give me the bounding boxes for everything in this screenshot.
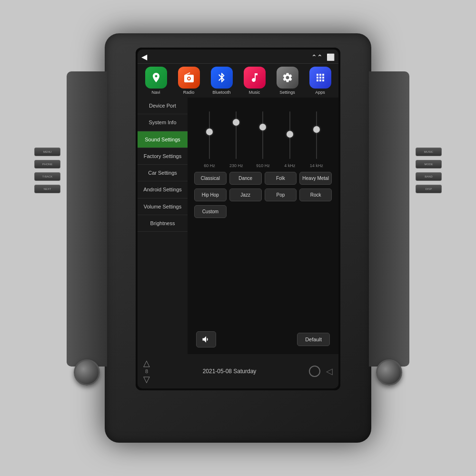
car-head-unit: MENU PHONE T-BACK NEXT MUSIC MODE BAND D… — [105, 33, 371, 443]
back-icon[interactable]: ◀ — [141, 52, 147, 61]
eq-track-910hz — [262, 111, 263, 159]
sidebar: Device Port System Info Sound Settings F… — [138, 98, 188, 354]
eq-track-230hz — [236, 111, 237, 159]
nav-item-settings[interactable]: Settings — [277, 67, 298, 95]
eq-content: 60 Hz 230 Hz — [188, 98, 338, 354]
mute-button[interactable] — [196, 331, 216, 347]
eq-sliders: 60 Hz 230 Hz — [191, 101, 335, 168]
right-btn-4[interactable]: DISP — [416, 185, 442, 193]
presets-row-2: Hip Hop Jazz Pop Rock — [191, 188, 335, 205]
eq-band-14khz: 14 kHz — [309, 109, 324, 168]
eq-slider-4khz-container[interactable] — [283, 109, 297, 161]
home-circle-button[interactable] — [309, 366, 320, 377]
left-side-buttons: MENU PHONE T-BACK NEXT — [34, 148, 60, 193]
nav-item-bluetooth[interactable]: Bluetooth — [211, 67, 233, 95]
left-bracket: MENU PHONE T-BACK NEXT — [67, 71, 107, 367]
nav-item-apps[interactable]: Apps — [309, 67, 331, 95]
left-knob[interactable] — [74, 359, 100, 386]
navi-label: Navi — [151, 90, 160, 95]
nav-item-radio[interactable]: Radio — [178, 67, 200, 95]
right-btn-3[interactable]: BAND — [416, 172, 442, 181]
apps-label: Apps — [315, 90, 325, 95]
sidebar-item-car-settings[interactable]: Car Settings — [138, 165, 188, 181]
apps-icon — [309, 67, 331, 89]
preset-heavy-metal[interactable]: Heavy Metal — [299, 172, 332, 185]
top-bar-left: ◀ — [141, 52, 150, 61]
main-content: Device Port System Info Sound Settings F… — [138, 98, 338, 354]
volume-number: 8 — [145, 368, 148, 374]
eq-slider-230hz-container[interactable] — [229, 109, 243, 161]
status-right: ◁ — [309, 366, 333, 377]
right-btn-2[interactable]: MODE — [416, 160, 442, 169]
eq-freq-910hz: 910 Hz — [256, 163, 270, 168]
preset-dance[interactable]: Dance — [229, 172, 262, 185]
sidebar-item-system-info[interactable]: System Info — [138, 114, 188, 131]
preset-jazz[interactable]: Jazz — [229, 188, 262, 201]
eq-track-4khz — [289, 111, 290, 159]
left-btn-1[interactable]: MENU — [34, 148, 60, 156]
top-bar: ◀ ⌃⌃ ⬜ — [138, 50, 338, 64]
status-bar: △ 8 ▽ 2021-05-08 Saturday ◁ — [138, 354, 338, 388]
volume-down-arrow[interactable]: ▽ — [143, 374, 150, 385]
preset-rock[interactable]: Rock — [299, 188, 332, 201]
nav-icons-bar: Navi Radio Bluetooth — [138, 64, 338, 98]
right-btn-1[interactable]: MUSIC — [416, 148, 442, 156]
volume-arrows: △ 8 ▽ — [143, 358, 150, 385]
eq-slider-60hz-container[interactable] — [202, 109, 217, 161]
navi-icon — [145, 67, 167, 89]
left-btn-4[interactable]: NEXT — [34, 185, 60, 193]
top-bar-right: ⌃⌃ ⬜ — [311, 53, 335, 61]
right-knob[interactable] — [376, 359, 402, 386]
left-btn-2[interactable]: PHONE — [34, 160, 60, 169]
window-icon[interactable]: ⬜ — [327, 53, 335, 61]
sidebar-item-volume-settings[interactable]: Volume Settings — [138, 198, 188, 215]
screen-bezel: ◀ ⌃⌃ ⬜ Navi Ra — [136, 48, 340, 390]
preset-hip-hop[interactable]: Hip Hop — [194, 188, 227, 201]
eq-freq-230hz: 230 Hz — [229, 163, 243, 168]
left-btn-3[interactable]: T-BACK — [34, 172, 60, 181]
bluetooth-icon — [211, 67, 233, 89]
sidebar-item-device-port[interactable]: Device Port — [138, 98, 188, 114]
eq-slider-14khz-container[interactable] — [309, 109, 324, 161]
preset-custom[interactable]: Custom — [194, 205, 227, 218]
eq-freq-14khz: 14 kHz — [310, 163, 323, 168]
sidebar-item-sound-settings[interactable]: Sound Settings — [138, 131, 188, 148]
sidebar-item-android-settings[interactable]: Android Settings — [138, 181, 188, 198]
presets-row-3: Custom — [191, 205, 335, 222]
nav-item-music[interactable]: Music — [244, 67, 266, 95]
eq-track-60hz — [209, 111, 210, 159]
volume-up-arrow[interactable]: △ — [143, 358, 150, 368]
eq-band-60hz: 60 Hz — [202, 109, 217, 168]
eq-band-4khz: 4 kHz — [283, 109, 297, 168]
right-bracket: MUSIC MODE BAND DISP — [369, 71, 409, 367]
eq-knob-60hz[interactable] — [206, 129, 213, 135]
eq-freq-60hz: 60 Hz — [204, 163, 215, 168]
sidebar-item-factory-settings[interactable]: Factory Settings — [138, 148, 188, 165]
right-side-buttons: MUSIC MODE BAND DISP — [416, 148, 442, 193]
eq-slider-910hz-container[interactable] — [256, 109, 270, 161]
eq-freq-4khz: 4 kHz — [284, 163, 295, 168]
preset-pop[interactable]: Pop — [265, 188, 297, 201]
back-triangle-icon[interactable]: ◁ — [326, 366, 333, 377]
radio-icon — [178, 67, 200, 89]
eq-knob-4khz[interactable] — [287, 131, 293, 138]
eq-knob-910hz[interactable] — [259, 124, 266, 130]
music-label: Music — [249, 90, 260, 95]
preset-folk[interactable]: Folk — [265, 172, 297, 185]
settings-nav-label: Settings — [279, 90, 295, 95]
bottom-controls: Default — [191, 328, 335, 350]
status-center: 2021-05-08 Saturday — [203, 368, 257, 375]
sidebar-item-brightness[interactable]: Brightness — [138, 215, 188, 232]
bluetooth-label: Bluetooth — [212, 90, 230, 95]
preset-classical[interactable]: Classical — [194, 172, 227, 185]
eq-knob-230hz[interactable] — [233, 119, 239, 126]
arrows-icon[interactable]: ⌃⌃ — [311, 53, 323, 61]
eq-knob-14khz[interactable] — [313, 126, 320, 133]
eq-band-910hz: 910 Hz — [256, 109, 270, 168]
presets-row-1: Classical Dance Folk Heavy Metal — [191, 168, 335, 188]
screen: ◀ ⌃⌃ ⬜ Navi Ra — [138, 50, 338, 388]
nav-item-navi[interactable]: Navi — [145, 67, 167, 95]
settings-icon — [277, 67, 298, 89]
eq-track-14khz — [316, 111, 317, 159]
default-button[interactable]: Default — [297, 333, 330, 346]
